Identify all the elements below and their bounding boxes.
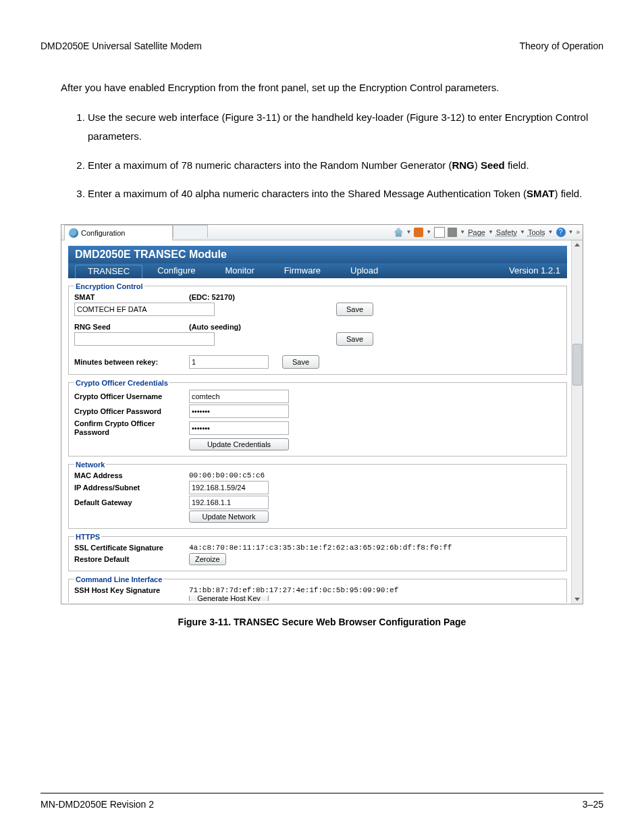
module-nav-bar: TRANSEC Configure Monitor Firmware Uploa… bbox=[68, 263, 567, 278]
browser-toolbar: ▼ ▼ ▼ Page▼ Safety▼ Tools▼ ?▼ » bbox=[394, 227, 580, 238]
browser-new-tab[interactable] bbox=[173, 225, 208, 238]
rng-save-button[interactable]: Save bbox=[336, 332, 373, 346]
ip-input[interactable] bbox=[189, 481, 269, 494]
steps-list: Use the secure web interface (Figure 3-1… bbox=[61, 108, 603, 204]
footer-right: 3–25 bbox=[583, 799, 603, 810]
crypto-confirm-input[interactable] bbox=[189, 421, 289, 435]
print-icon[interactable] bbox=[448, 228, 457, 237]
toolbar-tools-menu[interactable]: Tools bbox=[528, 228, 545, 236]
update-network-button[interactable]: Update Network bbox=[189, 511, 269, 523]
intro-paragraph: After you have enabled Encryption from t… bbox=[61, 78, 597, 98]
step-2: Enter a maximum of 78 numeric characters… bbox=[88, 156, 603, 176]
group-crypto-credentials: Crypto Officer Credentials Crypto Office… bbox=[68, 379, 567, 457]
smat-hint: (EDC: 52170) bbox=[189, 293, 235, 301]
step-3: Enter a maximum of 40 alpha numeric char… bbox=[88, 184, 603, 204]
nav-version: Version 1.2.1 bbox=[509, 265, 560, 276]
zeroize-button[interactable]: Zeroize bbox=[189, 553, 226, 565]
module-banner: DMD2050E TRANSEC Module bbox=[68, 246, 567, 263]
footer-left: MN-DMD2050E Revision 2 bbox=[41, 799, 154, 810]
scroll-up-icon[interactable] bbox=[574, 243, 580, 246]
nav-link-upload[interactable]: Upload bbox=[350, 265, 378, 276]
group-network: Network MAC Address 00:06:b0:00:c5:c6 IP… bbox=[68, 461, 567, 529]
rekey-save-button[interactable]: Save bbox=[282, 355, 319, 369]
group-cli: Command Line Interface SSH Host Key Sign… bbox=[68, 575, 567, 602]
smat-label: SMAT bbox=[74, 293, 189, 301]
rng-label: RNG Seed bbox=[74, 323, 189, 331]
help-icon[interactable]: ? bbox=[556, 228, 566, 237]
legend-cli: Command Line Interface bbox=[74, 575, 163, 583]
footer-rule bbox=[41, 793, 603, 793]
smat-save-button[interactable]: Save bbox=[336, 303, 373, 316]
scrollbar-vertical[interactable] bbox=[571, 240, 583, 604]
crypto-pass-input[interactable] bbox=[189, 405, 289, 418]
scroll-thumb[interactable] bbox=[572, 344, 582, 386]
mac-label: MAC Address bbox=[74, 471, 189, 479]
embedded-screenshot: Configuration ▼ ▼ ▼ Page▼ Safety▼ Tools▼… bbox=[61, 224, 583, 604]
rng-hint: (Auto seeding) bbox=[189, 323, 241, 331]
rekey-label: Minutes between rekey: bbox=[74, 358, 189, 366]
browser-tab-active[interactable]: Configuration bbox=[64, 225, 173, 240]
toolbar-safety-menu[interactable]: Safety bbox=[496, 228, 517, 236]
legend-crypto-credentials: Crypto Officer Credentials bbox=[74, 379, 169, 387]
mail-icon[interactable] bbox=[434, 227, 445, 238]
update-credentials-button[interactable]: Update Credentials bbox=[189, 438, 289, 450]
crypto-user-input[interactable] bbox=[189, 390, 289, 403]
legend-encryption-control: Encryption Control bbox=[74, 282, 144, 290]
step-1: Use the secure web interface (Figure 3-1… bbox=[88, 108, 603, 147]
crypto-pass-label: Crypto Officer Password bbox=[74, 407, 189, 415]
smat-input[interactable] bbox=[74, 303, 215, 316]
rss-icon[interactable] bbox=[414, 228, 423, 237]
ssl-sig-value: 4a:c8:70:8e:11:17:c3:35:3b:1e:f2:62:a3:6… bbox=[189, 544, 452, 552]
doc-header-right: Theory of Operation bbox=[519, 41, 603, 51]
legend-https: HTTPS bbox=[74, 533, 101, 541]
home-icon[interactable] bbox=[394, 228, 403, 237]
gateway-label: Default Gateway bbox=[74, 498, 189, 506]
group-encryption-control: Encryption Control SMAT (EDC: 52170) Sav… bbox=[68, 282, 567, 375]
rng-input[interactable] bbox=[74, 332, 215, 346]
favicon-icon bbox=[69, 228, 78, 238]
ssl-sig-label: SSL Certificate Signature bbox=[74, 544, 189, 552]
ip-label: IP Address/Subnet bbox=[74, 484, 189, 492]
browser-tab-title: Configuration bbox=[81, 229, 125, 237]
browser-tab-bar: Configuration ▼ ▼ ▼ Page▼ Safety▼ Tools▼… bbox=[61, 225, 583, 240]
restore-default-label: Restore Default bbox=[74, 555, 189, 563]
nav-tab-transec[interactable]: TRANSEC bbox=[75, 265, 142, 278]
toolbar-overflow-icon[interactable]: » bbox=[576, 228, 580, 236]
doc-header-left: DMD2050E Universal Satellite Modem bbox=[41, 41, 202, 51]
group-https: HTTPS SSL Certificate Signature 4a:c8:70… bbox=[68, 533, 567, 571]
generate-host-key-button[interactable]: Generate Host Key bbox=[189, 596, 269, 601]
nav-link-monitor[interactable]: Monitor bbox=[225, 265, 254, 276]
crypto-confirm-label: Confirm Crypto Officer Password bbox=[74, 419, 189, 437]
mac-value: 00:06:b0:00:c5:c6 bbox=[189, 471, 265, 479]
toolbar-page-menu[interactable]: Page bbox=[468, 228, 485, 236]
figure-caption: Figure 3-11. TRANSEC Secure Web Browser … bbox=[41, 617, 603, 627]
ssh-sig-value: 71:bb:87:7d:ef:8b:17:27:4e:1f:0c:5b:95:0… bbox=[189, 586, 398, 594]
legend-network: Network bbox=[74, 461, 106, 469]
nav-link-firmware[interactable]: Firmware bbox=[284, 265, 321, 276]
rekey-input[interactable] bbox=[189, 355, 269, 369]
ssh-sig-label: SSH Host Key Signature bbox=[74, 586, 189, 594]
crypto-user-label: Crypto Officer Username bbox=[74, 392, 189, 400]
scroll-down-icon[interactable] bbox=[574, 598, 580, 601]
gateway-input[interactable] bbox=[189, 496, 269, 509]
nav-link-configure[interactable]: Configure bbox=[157, 265, 195, 276]
